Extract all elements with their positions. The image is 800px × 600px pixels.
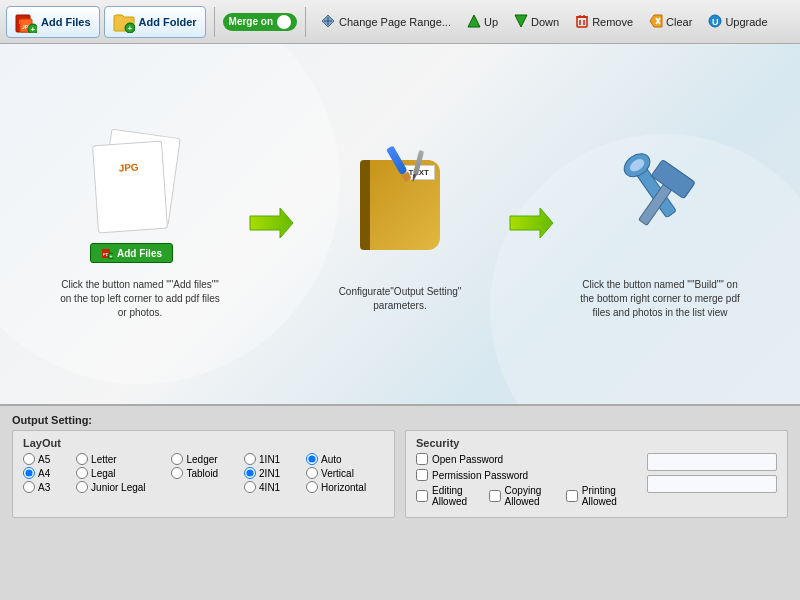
- open-password-input[interactable]: [647, 453, 777, 471]
- step1-add-files-btn[interactable]: PDF+ Add Files: [90, 243, 173, 263]
- main-workflow-area: PDF JPG PDF+ Add Files Click the button …: [0, 44, 800, 404]
- layout-options: A5 Letter Ledger 1IN1 Auto A4 Legal Tabl…: [23, 453, 384, 493]
- editing-allowed-checkbox[interactable]: Editing Allowed: [416, 485, 481, 507]
- svg-marker-28: [510, 208, 553, 238]
- radio-vertical[interactable]: Vertical: [306, 467, 384, 479]
- step3-description: Click the button named ""Build"" on the …: [575, 278, 745, 320]
- printing-allowed-label: Printing Allowed: [582, 485, 633, 507]
- auto-label: Auto: [321, 454, 342, 465]
- separator-1: [214, 7, 215, 37]
- add-files-label: Add Files: [41, 16, 91, 28]
- svg-marker-10: [468, 15, 480, 27]
- settings-row: LayOut A5 Letter Ledger 1IN1 Auto A4 Leg…: [12, 430, 788, 518]
- radio-auto[interactable]: Auto: [306, 453, 384, 465]
- permission-password-input[interactable]: [647, 475, 777, 493]
- printing-allowed-checkbox[interactable]: Printing Allowed: [566, 485, 633, 507]
- a3-label: A3: [38, 482, 50, 493]
- permission-password-label: Permission Password: [432, 470, 528, 481]
- down-button[interactable]: Down: [508, 11, 565, 33]
- radio-legal[interactable]: Legal: [76, 467, 163, 479]
- radio-a3[interactable]: A3: [23, 481, 68, 493]
- clear-label: Clear: [666, 16, 692, 28]
- upgrade-label: Upgrade: [725, 16, 767, 28]
- remove-icon: [575, 14, 589, 30]
- 4in1-label: 4IN1: [259, 482, 280, 493]
- remove-button[interactable]: Remove: [569, 11, 639, 33]
- toggle-dot: [277, 15, 291, 29]
- layout-title: LayOut: [23, 437, 384, 449]
- merge-on-label: Merge on: [229, 16, 273, 27]
- output-settings-label: Output Setting:: [12, 414, 788, 426]
- change-page-range-icon: [320, 13, 336, 31]
- copying-allowed-label: Copying Allowed: [505, 485, 558, 507]
- radio-junior-legal[interactable]: Junior Legal: [76, 481, 163, 493]
- radio-tabloid[interactable]: Tabloid: [171, 467, 236, 479]
- clear-icon: [649, 14, 663, 30]
- letter-label: Letter: [91, 454, 117, 465]
- legal-label: Legal: [91, 468, 115, 479]
- 2in1-label: 2IN1: [259, 468, 280, 479]
- up-icon: [467, 14, 481, 30]
- step1-description: Click the button named ""Add files"" on …: [55, 278, 225, 320]
- workflow-step-3: Click the button named ""Build"" on the …: [575, 128, 745, 320]
- add-folder-label: Add Folder: [139, 16, 197, 28]
- radio-2in1[interactable]: 2IN1: [244, 467, 298, 479]
- add-folder-button[interactable]: + Add Folder: [104, 6, 206, 38]
- workflow-step-1: PDF JPG PDF+ Add Files Click the button …: [55, 128, 225, 320]
- remove-label: Remove: [592, 16, 633, 28]
- layout-section: LayOut A5 Letter Ledger 1IN1 Auto A4 Leg…: [12, 430, 395, 518]
- svg-text:+: +: [31, 25, 36, 33]
- step3-visual: [610, 128, 710, 268]
- clear-button[interactable]: Clear: [643, 11, 698, 33]
- radio-4in1[interactable]: 4IN1: [244, 481, 298, 493]
- add-files-button[interactable]: PDF JPG + Add Files: [6, 6, 100, 38]
- a4-label: A4: [38, 468, 50, 479]
- add-folder-icon: +: [113, 11, 135, 33]
- radio-letter[interactable]: Letter: [76, 453, 163, 465]
- radio-ledger[interactable]: Ledger: [171, 453, 236, 465]
- editing-allowed-label: Editing Allowed: [432, 485, 481, 507]
- workflow-arrow-2: [505, 198, 555, 250]
- toolbar: PDF JPG + Add Files + Add Folder Merge o…: [0, 0, 800, 44]
- svg-text:+: +: [110, 253, 113, 259]
- step2-description: Configurate"Output Setting" parameters.: [315, 285, 485, 313]
- security-title: Security: [416, 437, 777, 449]
- step1-add-files-label: Add Files: [117, 248, 162, 259]
- radio-a5[interactable]: A5: [23, 453, 68, 465]
- horizontal-label: Horizontal: [321, 482, 366, 493]
- security-checkboxes: Open Password Permission Password Editin…: [416, 453, 633, 511]
- workflow-step-2: TEXT Configurate"Output Setti: [315, 135, 485, 313]
- upgrade-button[interactable]: U Upgrade: [702, 11, 773, 33]
- radio-a4[interactable]: A4: [23, 467, 68, 479]
- copying-allowed-checkbox[interactable]: Copying Allowed: [489, 485, 558, 507]
- merge-toggle[interactable]: Merge on: [223, 13, 297, 31]
- password-inputs: [643, 453, 777, 511]
- svg-text:+: +: [127, 24, 132, 33]
- tabloid-label: Tabloid: [186, 468, 218, 479]
- svg-marker-27: [250, 208, 293, 238]
- step1-visual: PDF JPG PDF+ Add Files: [80, 128, 200, 268]
- svg-text:U: U: [712, 17, 719, 27]
- radio-1in1[interactable]: 1IN1: [244, 453, 298, 465]
- workflow-arrow-1: [245, 198, 295, 250]
- a5-label: A5: [38, 454, 50, 465]
- workflow-steps: PDF JPG PDF+ Add Files Click the button …: [55, 128, 745, 320]
- security-section: Security Open Password Permission Passwo…: [405, 430, 788, 518]
- upgrade-icon: U: [708, 14, 722, 30]
- vertical-label: Vertical: [321, 468, 354, 479]
- svg-rect-12: [577, 17, 587, 27]
- up-button[interactable]: Up: [461, 11, 504, 33]
- svg-marker-11: [515, 15, 527, 27]
- change-page-range-button[interactable]: Change Page Range...: [314, 10, 457, 34]
- down-icon: [514, 14, 528, 30]
- junior-legal-label: Junior Legal: [91, 482, 145, 493]
- separator-2: [305, 7, 306, 37]
- output-settings-panel: Output Setting: LayOut A5 Letter Ledger …: [0, 404, 800, 600]
- svg-marker-18: [650, 15, 662, 27]
- open-password-label: Open Password: [432, 454, 503, 465]
- open-password-checkbox[interactable]: Open Password: [416, 453, 633, 465]
- 1in1-label: 1IN1: [259, 454, 280, 465]
- radio-horizontal[interactable]: Horizontal: [306, 481, 384, 493]
- ledger-label: Ledger: [186, 454, 217, 465]
- permission-password-checkbox[interactable]: Permission Password: [416, 469, 633, 481]
